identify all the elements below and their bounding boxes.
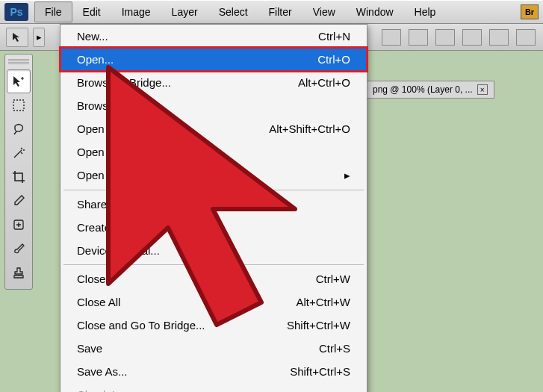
menubar: Ps FileEditImageLayerSelectFilterViewWin…	[0, 0, 543, 24]
menu-item-browse-in-bridge[interactable]: Browse in Bridge...Alt+Ctrl+O	[60, 71, 367, 94]
menu-item-label: Save As...	[77, 365, 128, 378]
menu-item-label: Share My Screen...	[77, 198, 173, 211]
menu-item-label: Browse in Bridge...	[77, 76, 171, 89]
menu-item-label: Close and Go To Bridge...	[77, 319, 205, 332]
menu-separator	[63, 190, 364, 190]
menu-item-shortcut: Alt+Ctrl+O	[298, 76, 350, 89]
tool-heal[interactable]	[7, 213, 31, 237]
menu-item-shortcut: Alt+Ctrl+W	[296, 296, 350, 308]
menu-item-label: Open Recent	[77, 169, 143, 182]
menu-item-shortcut: Shift+Ctrl+W	[287, 319, 350, 332]
align-icon[interactable]	[489, 29, 509, 46]
document-tab-label: png @ 100% (Layer 0, ...	[373, 84, 473, 95]
tool-preset-dropdown-icon[interactable]: ▸	[33, 28, 45, 47]
menu-item-label: Browse in	[77, 99, 126, 112]
menu-item-open-as[interactable]: Open As...Alt+Shift+Ctrl+O	[60, 117, 367, 140]
menu-item-label: Save	[77, 342, 102, 355]
align-icon[interactable]	[409, 29, 428, 46]
tool-eyedropper[interactable]	[7, 189, 31, 213]
menu-item-shortcut: Shift+Ctrl+S	[290, 365, 350, 378]
menu-item-share-my-screen[interactable]: Share My Screen...	[60, 193, 367, 216]
document-tab-bar: png @ 100% (Layer 0, ... ×	[366, 81, 494, 99]
menu-view[interactable]: View	[302, 1, 346, 22]
menu-item-label: Check In...	[77, 388, 131, 392]
menu-item-close-all[interactable]: Close AllAlt+Ctrl+W	[60, 290, 367, 314]
menu-item-label: New...	[77, 30, 108, 43]
document-tab[interactable]: png @ 100% (Layer 0, ... ×	[366, 81, 494, 99]
tool-move[interactable]	[7, 69, 31, 93]
file-menu-dropdown: New...Ctrl+NOpen...Ctrl+OBrowse in Bridg…	[60, 24, 367, 392]
menu-item-close[interactable]: CloseCtrl+W	[60, 267, 367, 290]
tool-lasso[interactable]	[7, 117, 31, 141]
align-icon[interactable]	[516, 29, 536, 46]
menu-item-shortcut: Ctrl+W	[316, 273, 350, 285]
menu-separator	[63, 264, 364, 265]
menu-item-label: Create New Review...	[77, 221, 184, 234]
menu-item-open-recent[interactable]: Open Recent▸	[60, 164, 367, 187]
toolbox-grip[interactable]	[8, 59, 29, 65]
bridge-badge[interactable]: Br	[521, 4, 539, 19]
close-icon[interactable]: ×	[477, 84, 488, 95]
menu-item-browse-in[interactable]: Browse in	[60, 94, 367, 117]
tool-preset-picker[interactable]	[6, 28, 28, 47]
menu-item-device-central[interactable]: Device Central...	[60, 239, 367, 262]
menu-item-label: Open As Smart Object...	[77, 146, 198, 158]
menu-item-create-new-review[interactable]: Create New Review...	[60, 216, 367, 239]
menu-layer[interactable]: Layer	[161, 1, 208, 22]
tool-stamp[interactable]	[7, 261, 31, 284]
menu-item-label: Open...	[77, 53, 114, 66]
menu-item-save[interactable]: SaveCtrl+S	[60, 337, 367, 360]
menu-window[interactable]: Window	[346, 1, 404, 22]
menu-item-open-as-smart-object[interactable]: Open As Smart Object...	[60, 140, 367, 164]
menu-item-shortcut: Ctrl+S	[319, 342, 350, 355]
menu-item-shortcut: ▸	[344, 169, 350, 182]
app-logo: Ps	[4, 3, 28, 21]
tool-crop[interactable]	[7, 165, 31, 189]
menu-edit[interactable]: Edit	[72, 1, 111, 22]
tool-wand[interactable]	[7, 141, 31, 165]
menu-item-label: Close All	[77, 296, 120, 308]
menu-item-shortcut: Ctrl+N	[318, 30, 350, 43]
tool-marquee[interactable]	[7, 93, 31, 117]
menu-item-label: Open As...	[77, 122, 129, 135]
menu-filter[interactable]: Filter	[258, 1, 302, 22]
menu-item-close-and-go-to-bridge[interactable]: Close and Go To Bridge...Shift+Ctrl+W	[60, 314, 367, 337]
menu-item-open[interactable]: Open...Ctrl+O	[60, 48, 367, 71]
align-icon[interactable]	[435, 29, 455, 46]
menu-select[interactable]: Select	[208, 1, 258, 22]
menu-file[interactable]: File	[34, 1, 72, 22]
menu-item-save-as[interactable]: Save As...Shift+Ctrl+S	[60, 360, 367, 383]
menu-item-label: Device Central...	[77, 244, 160, 257]
menu-item-shortcut: Ctrl+O	[317, 53, 350, 66]
tool-brush[interactable]	[7, 237, 31, 261]
toolbox	[4, 54, 33, 290]
align-icon[interactable]	[462, 29, 482, 46]
svg-rect-0	[13, 100, 24, 111]
menu-item-new[interactable]: New...Ctrl+N	[60, 25, 367, 48]
menu-item-shortcut: Alt+Shift+Ctrl+O	[269, 122, 350, 135]
menu-item-label: Close	[77, 273, 105, 285]
menu-help[interactable]: Help	[404, 1, 447, 22]
menu-item-check-in: Check In...	[60, 383, 367, 392]
menu-image[interactable]: Image	[111, 1, 161, 22]
align-icon[interactable]	[382, 29, 401, 46]
